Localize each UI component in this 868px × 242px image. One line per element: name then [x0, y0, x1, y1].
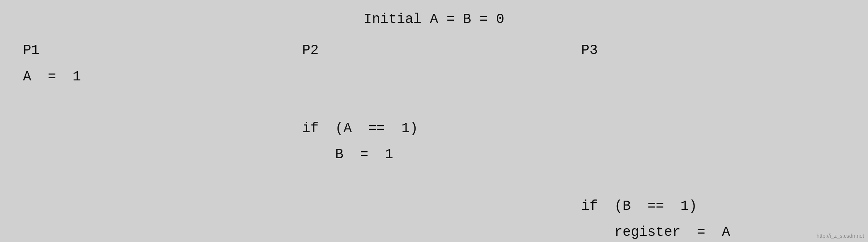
- p1-code: A = 1: [23, 66, 287, 88]
- column-p3: P3 if (B == 1) register = A: [573, 43, 853, 242]
- p2-spacer-1: [302, 66, 566, 88]
- p1-line-1: A = 1: [23, 66, 287, 88]
- header-line: Initial A = B = 0: [15, 8, 853, 27]
- p3-spacer-4: [581, 144, 845, 166]
- p3-code: if (B == 1) register = A: [581, 66, 845, 242]
- p2-line-assign: B = 1: [302, 144, 566, 166]
- p2-header: P2: [302, 43, 566, 58]
- p3-line-assign: register = A: [581, 221, 845, 242]
- p3-spacer-1: [581, 66, 845, 88]
- header-text: Initial A = B = 0: [364, 11, 504, 27]
- watermark: http://i_z_s.csdn.net: [816, 233, 864, 239]
- p3-spacer-3: [581, 118, 845, 140]
- columns-row: P1 A = 1 P2 if (A == 1) B = 1 P3: [15, 43, 853, 242]
- p3-spacer-5: [581, 169, 845, 191]
- column-p1: P1 A = 1: [15, 43, 295, 242]
- p2-code: if (A == 1) B = 1: [302, 66, 566, 165]
- p3-spacer-2: [581, 92, 845, 114]
- p2-line-if: if (A == 1): [302, 118, 566, 140]
- p3-header: P3: [581, 43, 845, 58]
- page-container: Initial A = B = 0 P1 A = 1 P2 if (A == 1…: [0, 0, 868, 242]
- column-p2: P2 if (A == 1) B = 1: [295, 43, 574, 242]
- p2-spacer-2: [302, 92, 566, 114]
- p1-header: P1: [23, 43, 287, 58]
- p3-line-if: if (B == 1): [581, 195, 845, 217]
